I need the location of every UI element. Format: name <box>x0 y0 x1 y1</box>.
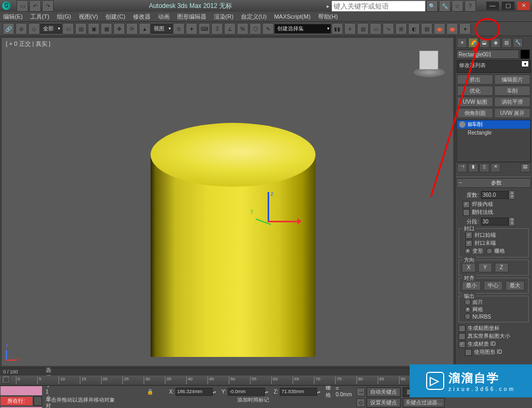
link-icon[interactable]: 🔗 <box>3 23 14 35</box>
script-panel-top[interactable] <box>1 386 42 395</box>
macro-rec-icon[interactable] <box>34 396 42 406</box>
dir-z-button[interactable]: Z <box>495 263 509 272</box>
angle-snap-icon[interactable]: ∠ <box>224 23 236 35</box>
layers-icon[interactable]: ▤ <box>357 23 369 35</box>
edit-named-sel-icon[interactable]: ✎ <box>262 23 274 35</box>
mesh-radio[interactable]: ● <box>464 306 471 313</box>
segments-input[interactable] <box>481 218 509 226</box>
move-icon[interactable]: ✥ <box>113 23 125 35</box>
manipulate-icon[interactable]: ✦ <box>186 23 197 35</box>
keyfilter-button[interactable]: 关键点过滤器... <box>403 398 444 407</box>
align-min-button[interactable]: 最小 <box>462 281 481 290</box>
object-color-swatch[interactable] <box>520 49 530 59</box>
menu-edit[interactable]: 编辑(E) <box>3 13 23 21</box>
key-icon[interactable]: ⊙ <box>356 398 365 407</box>
snap-toggle-icon[interactable]: 3 <box>211 23 223 35</box>
spinner-snap-icon[interactable]: ⬡ <box>250 23 261 35</box>
percent-snap-icon[interactable]: % <box>237 23 248 35</box>
menu-rendering[interactable]: 渲染(R) <box>214 13 234 21</box>
tab-hierarchy-icon[interactable]: ⬓ <box>479 38 489 48</box>
render-frame-icon[interactable]: 🫖 <box>434 23 445 35</box>
selection-filter-dropdown[interactable]: 全部 <box>40 24 62 34</box>
genmap-checkbox[interactable] <box>459 325 466 332</box>
tab-modify-icon[interactable]: 🌈 <box>468 38 478 48</box>
pivot-icon[interactable]: ⊙ <box>173 23 185 35</box>
dir-x-button[interactable]: X <box>462 263 476 272</box>
realw-checkbox[interactable] <box>459 333 466 340</box>
favorite-icon[interactable]: ☆ <box>452 0 463 12</box>
curve-editor-icon[interactable]: ∿ <box>383 23 394 35</box>
mod-btn-extrude[interactable]: 挤出 <box>457 74 493 85</box>
rotate-icon[interactable]: ⟳ <box>126 23 138 35</box>
stack-item-rectangle[interactable]: Rectangle <box>457 129 530 137</box>
menu-create[interactable]: 创建(C) <box>105 13 125 21</box>
transform-gizmo[interactable]: z y <box>252 192 300 240</box>
select-region-icon[interactable]: ▣ <box>88 23 99 35</box>
dir-y-button[interactable]: Y <box>478 263 492 272</box>
configure-sets-icon[interactable]: ▤ <box>520 163 530 172</box>
render-setup-icon[interactable]: ▤ <box>421 23 433 35</box>
degree-spinner[interactable]: ▴▾ <box>509 190 515 199</box>
autokey-button[interactable]: 自动关键点 <box>367 387 401 397</box>
rollout-params-head[interactable]: −参数 <box>456 178 531 188</box>
menu-help[interactable]: 帮助(H) <box>318 13 338 21</box>
modifier-stack[interactable]: ⊞ 车削 Rectangle <box>456 120 531 162</box>
menu-animation[interactable]: 动画 <box>158 13 170 21</box>
menu-customize[interactable]: 自定义(U) <box>241 13 267 21</box>
menu-view[interactable]: 视图(V) <box>79 13 98 21</box>
window-crossing-icon[interactable]: ▦ <box>101 23 112 35</box>
render-prod-icon[interactable]: 🫖 <box>446 23 458 35</box>
mod-btn-lathe[interactable]: 车削 <box>494 86 530 96</box>
flipnorm-checkbox[interactable] <box>463 209 470 216</box>
morph-radio[interactable]: ● <box>464 248 471 254</box>
qat-undo-icon[interactable]: ↶ <box>29 0 41 12</box>
menu-grapheditors[interactable]: 图形编辑器 <box>177 13 206 21</box>
menu-maxscript[interactable]: MAXScript(M) <box>274 13 310 20</box>
mod-btn-uvwmap[interactable]: UVW 贴图 <box>457 97 493 107</box>
unlink-icon[interactable]: ⊘ <box>15 23 27 35</box>
align-icon[interactable]: ≡ <box>344 23 356 35</box>
viewport-label[interactable]: [ + 0 正交 | 真实 ] <box>6 40 51 48</box>
schematic-view-icon[interactable]: ⊞ <box>395 23 407 35</box>
ref-coord-dropdown[interactable]: 视图 <box>151 24 172 34</box>
degree-input[interactable] <box>481 191 509 199</box>
search-icon[interactable]: 🔍 <box>426 0 438 12</box>
align-max-button[interactable]: 最大 <box>505 281 525 290</box>
mod-btn-uvwunwrap[interactable]: UVW 展开 <box>494 108 530 118</box>
y-input[interactable] <box>228 388 265 396</box>
select-name-icon[interactable]: ▤ <box>75 23 87 35</box>
menu-modifiers[interactable]: 修改器 <box>133 13 151 21</box>
segments-spinner[interactable]: ▴▾ <box>509 217 515 226</box>
qat-open-icon[interactable]: ▭ <box>16 0 28 12</box>
maximize-button[interactable]: ▢ <box>502 2 514 10</box>
addtime-label[interactable]: 添加时间标记 <box>237 396 269 404</box>
grid-radio[interactable] <box>486 248 493 254</box>
align-center-button[interactable]: 中心 <box>484 281 503 290</box>
lock-icon[interactable]: 🔒 <box>147 389 153 395</box>
pin-stack-icon[interactable]: ⊣ <box>457 163 467 172</box>
material-editor-icon[interactable]: ◐ <box>408 23 420 35</box>
z-input[interactable] <box>280 388 317 396</box>
tab-create-icon[interactable]: ✶ <box>457 38 467 48</box>
mod-btn-optimize[interactable]: 优化 <box>457 86 493 96</box>
show-end-result-icon[interactable]: ▮ <box>468 163 478 172</box>
keyboard-shortcut-icon[interactable]: ⌨ <box>198 23 210 35</box>
tab-utilities-icon[interactable]: 🔧 <box>513 38 523 48</box>
mod-btn-turbosmooth[interactable]: 涡轮平滑 <box>494 97 530 107</box>
select-icon[interactable]: ▭ <box>62 23 74 35</box>
render-last-icon[interactable]: ▾ <box>459 23 471 35</box>
named-selset-dropdown[interactable]: 创建选择集 <box>275 24 331 34</box>
genmat-checkbox[interactable]: ✓ <box>459 341 466 348</box>
minimize-button[interactable]: — <box>486 2 499 10</box>
mirror-icon[interactable]: ▮▮ <box>331 23 343 35</box>
menu-tools[interactable]: 工具(T) <box>30 13 49 21</box>
useshape-checkbox[interactable] <box>465 349 472 356</box>
nurbs-radio[interactable] <box>464 313 471 320</box>
trackbar-toggle-icon[interactable]: ▤ <box>2 375 10 384</box>
tab-motion-icon[interactable]: ◉ <box>491 38 501 48</box>
help-search-input[interactable] <box>331 1 426 12</box>
viewport[interactable]: [ + 0 正交 | 真实 ] z y z x <box>1 37 454 367</box>
close-button[interactable]: ✕ <box>517 2 530 10</box>
qat-redo-icon[interactable]: ↷ <box>42 0 54 12</box>
make-unique-icon[interactable]: ▯ <box>479 163 489 172</box>
